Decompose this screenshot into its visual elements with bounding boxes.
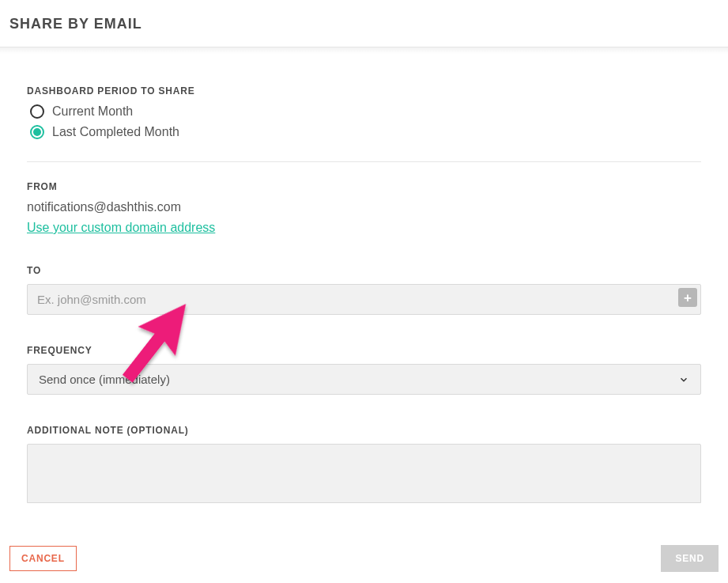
header-shadow xyxy=(0,47,728,54)
send-button[interactable]: SEND xyxy=(661,545,719,572)
add-recipient-button[interactable]: + xyxy=(678,288,697,307)
radio-label-current: Current Month xyxy=(52,104,133,119)
to-label: TO xyxy=(27,265,701,276)
radio-icon-selected xyxy=(30,125,44,139)
radio-label-last: Last Completed Month xyxy=(52,125,179,139)
chevron-down-icon xyxy=(678,374,689,385)
from-label: FROM xyxy=(27,181,701,192)
frequency-label: FREQUENCY xyxy=(27,345,701,356)
note-label: ADDITIONAL NOTE (OPTIONAL) xyxy=(27,425,701,436)
frequency-select[interactable]: Send once (immediately) xyxy=(27,364,701,395)
from-value: notifications@dashthis.com xyxy=(27,200,701,214)
page-title: SHARE BY EMAIL xyxy=(9,16,719,32)
period-label: DASHBOARD PERIOD TO SHARE xyxy=(27,85,701,97)
note-textarea[interactable] xyxy=(27,444,701,503)
radio-last-completed-month[interactable]: Last Completed Month xyxy=(30,125,701,139)
to-input-wrap: + xyxy=(27,284,701,315)
divider xyxy=(27,161,701,162)
cancel-button[interactable]: CANCEL xyxy=(9,546,77,571)
plus-icon: + xyxy=(684,291,692,305)
frequency-value: Send once (immediately) xyxy=(39,373,170,386)
custom-domain-link[interactable]: Use your custom domain address xyxy=(27,221,215,235)
footer: CANCEL SEND xyxy=(0,534,728,583)
radio-icon xyxy=(30,104,44,119)
radio-current-month[interactable]: Current Month xyxy=(30,104,701,119)
to-input[interactable] xyxy=(28,285,675,314)
